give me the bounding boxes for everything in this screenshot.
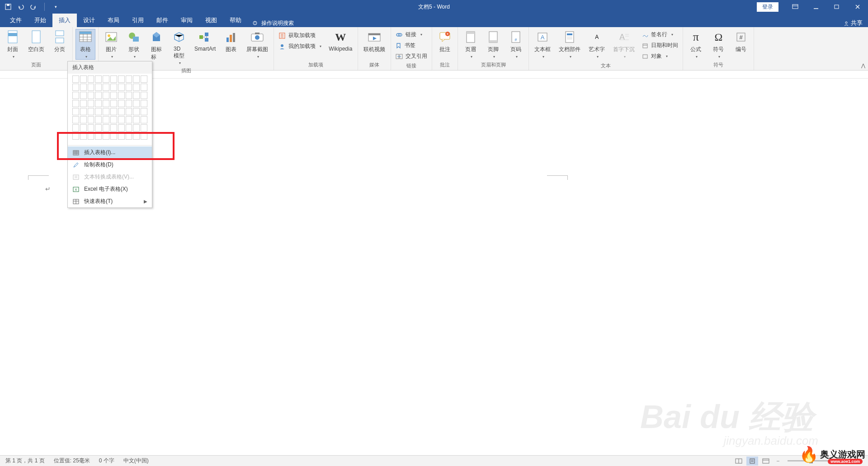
- blank-page-button[interactable]: 空白页: [25, 29, 47, 54]
- svg-rect-23: [233, 33, 235, 42]
- wikipedia-button[interactable]: WWikipedia: [326, 29, 355, 53]
- smartart-button[interactable]: SmartArt: [192, 29, 218, 53]
- svg-rect-19: [205, 33, 208, 36]
- tab-insert[interactable]: 插入: [52, 14, 77, 27]
- get-addins-button[interactable]: 获取加载项: [277, 31, 323, 40]
- tab-help[interactable]: 帮助: [223, 14, 248, 27]
- svg-rect-59: [763, 459, 769, 463]
- svg-rect-8: [8, 33, 17, 36]
- menu-insert-table[interactable]: 插入表格(I)...: [68, 146, 152, 159]
- ribbon-display-icon[interactable]: [785, 0, 806, 14]
- svg-rect-17: [133, 37, 139, 42]
- chart-button[interactable]: 图表: [221, 29, 241, 54]
- tab-review[interactable]: 审阅: [175, 14, 199, 27]
- tab-file[interactable]: 文件: [4, 14, 28, 27]
- group-header-footer: 页眉▾ 页脚▾ #页码▾ 页眉和页脚: [458, 27, 529, 70]
- menu-excel-spreadsheet[interactable]: XExcel 电子表格(X): [68, 183, 152, 195]
- table-button[interactable]: 表格▾: [75, 29, 95, 60]
- svg-rect-52: [73, 151, 79, 155]
- textbox-button[interactable]: A文本框▾: [532, 29, 553, 60]
- convert-icon: [72, 174, 80, 181]
- signature-line-button[interactable]: 签名行▾: [640, 30, 680, 39]
- dropcap-button[interactable]: A首字下沉▾: [610, 29, 637, 60]
- page-number-button[interactable]: #页码▾: [506, 29, 526, 60]
- comment-button[interactable]: 批注: [435, 29, 455, 54]
- page-corner: [28, 175, 49, 180]
- undo-icon[interactable]: [17, 3, 24, 10]
- menu-convert-text: 文本转换成表格(V)...: [68, 171, 152, 183]
- tell-me-search[interactable]: 操作说明搜索: [252, 19, 294, 27]
- tab-design[interactable]: 设计: [77, 14, 101, 27]
- dropdown-header: 插入表格: [68, 61, 152, 74]
- status-page[interactable]: 第 1 页，共 1 页: [5, 457, 45, 465]
- table-grid-picker[interactable]: [68, 74, 152, 144]
- status-position[interactable]: 位置值: 25毫米: [54, 457, 90, 465]
- web-layout-icon[interactable]: [760, 457, 772, 466]
- svg-rect-38: [467, 32, 475, 34]
- svg-rect-1: [7, 4, 9, 6]
- page-corner: [547, 175, 568, 180]
- status-language[interactable]: 中文(中国): [123, 457, 149, 465]
- tab-view[interactable]: 视图: [199, 14, 223, 27]
- status-bar: 第 1 页，共 1 页 位置值: 25毫米 0 个字 中文(中国) − + 10…: [0, 455, 868, 466]
- print-layout-icon[interactable]: [746, 457, 758, 466]
- tab-mailings[interactable]: 邮件: [150, 14, 175, 27]
- read-mode-icon[interactable]: [733, 457, 745, 466]
- maximize-icon[interactable]: [826, 0, 847, 14]
- number-button[interactable]: #编号: [731, 29, 751, 54]
- online-video-button[interactable]: 联机视频: [361, 29, 388, 54]
- svg-point-28: [281, 44, 283, 47]
- svg-rect-26: [255, 33, 259, 34]
- menu-draw-table[interactable]: 绘制表格(D): [68, 159, 152, 171]
- watermark-url: jingyan.baidu.com: [723, 434, 818, 448]
- header-button[interactable]: 页眉▾: [461, 29, 481, 60]
- svg-rect-21: [226, 38, 229, 42]
- footer-button[interactable]: 页脚▾: [483, 29, 503, 60]
- group-text: A文本框▾ 文档部件▾ A艺术字▾ A首字下沉▾ 签名行▾ 日期和时间 对象▾ …: [529, 27, 683, 70]
- qat-customize-icon[interactable]: ▾: [52, 3, 59, 10]
- object-button[interactable]: 对象▾: [640, 52, 680, 61]
- my-addins-button[interactable]: 我的加载项▾: [277, 42, 323, 51]
- svg-rect-11: [56, 38, 64, 43]
- symbol-button[interactable]: Ω符号▾: [708, 29, 728, 60]
- close-icon[interactable]: [847, 0, 868, 14]
- zoom-level[interactable]: 100%: [849, 458, 863, 464]
- app-title: 文档5 - Word: [418, 3, 450, 11]
- link-button[interactable]: 链接▾: [394, 30, 429, 39]
- cover-page-button[interactable]: 封面▾: [3, 29, 23, 60]
- menu-quick-tables[interactable]: 快速表格(T)▶: [68, 195, 152, 207]
- svg-text:#: #: [515, 38, 517, 42]
- group-symbols: π公式▾ Ω符号▾ #编号 符号: [683, 27, 754, 70]
- redo-icon[interactable]: [30, 3, 37, 10]
- share-button[interactable]: 共享: [844, 19, 863, 27]
- tab-home[interactable]: 开始: [28, 14, 52, 27]
- status-word-count[interactable]: 0 个字: [99, 457, 114, 465]
- login-button[interactable]: 登录: [757, 2, 778, 12]
- collapse-ribbon-icon[interactable]: ⋀: [861, 63, 865, 69]
- 3d-models-button[interactable]: 3D 模型▾: [169, 29, 189, 66]
- icons-button[interactable]: 图标标: [146, 29, 166, 62]
- tab-layout[interactable]: 布局: [101, 14, 126, 27]
- wordart-button[interactable]: A艺术字▾: [586, 29, 608, 60]
- svg-rect-30: [368, 33, 380, 35]
- shapes-button[interactable]: 形状▾: [124, 29, 144, 60]
- screenshot-button[interactable]: 屏幕截图▾: [244, 29, 271, 60]
- pictures-button[interactable]: 图片▾: [101, 29, 121, 60]
- cross-reference-button[interactable]: 交叉引用: [394, 52, 429, 61]
- group-links: 链接▾ 书签 交叉引用 链接: [391, 27, 432, 70]
- ribbon-tabs: 文件 开始 插入 设计 布局 引用 邮件 审阅 视图 帮助 操作说明搜索 共享: [0, 14, 868, 27]
- date-time-button[interactable]: 日期和时间: [640, 41, 680, 50]
- table-dropdown-menu: 插入表格 插入表格(I)... 绘制表格(D) 文本转换成表格(V)... XE…: [67, 61, 152, 208]
- svg-rect-2: [793, 5, 798, 9]
- tab-references[interactable]: 引用: [126, 14, 150, 27]
- svg-rect-58: [750, 459, 755, 463]
- save-icon[interactable]: [5, 3, 12, 10]
- minimize-icon[interactable]: [806, 0, 826, 14]
- zoom-slider[interactable]: [788, 460, 833, 461]
- bookmark-button[interactable]: 书签: [394, 41, 429, 50]
- svg-rect-22: [230, 35, 232, 42]
- equation-button[interactable]: π公式▾: [686, 29, 706, 60]
- paragraph-mark-icon: ↵: [45, 185, 51, 193]
- page-break-button[interactable]: 分页: [50, 29, 70, 54]
- quick-parts-button[interactable]: 文档部件▾: [556, 29, 583, 60]
